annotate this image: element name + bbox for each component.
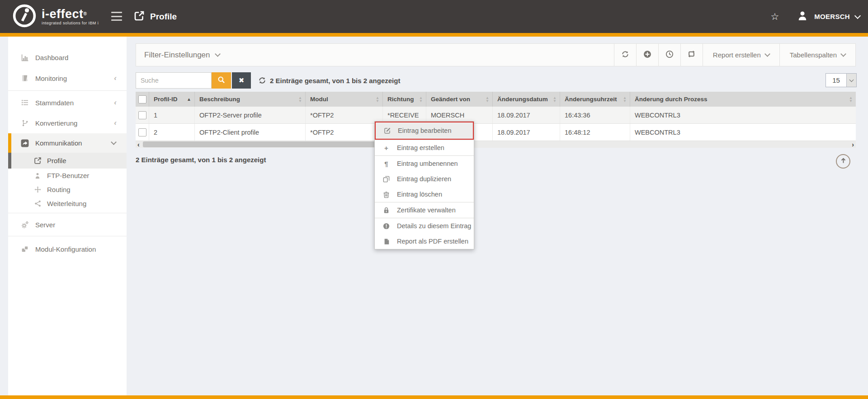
clear-icon: ✖ xyxy=(239,76,245,84)
page-size-select[interactable]: 15 xyxy=(826,73,857,87)
sidebar-divider xyxy=(8,236,127,236)
sidebar-item-stammdaten[interactable]: Stammdaten ‹ xyxy=(8,94,127,111)
column-header-beschreibung[interactable]: Beschreibung▲▼ xyxy=(195,92,306,107)
context-menu-item-eintrag-erstellen[interactable]: + Eintrag erstellen xyxy=(375,140,474,155)
scroll-right-icon[interactable]: › xyxy=(852,141,854,148)
history-icon xyxy=(665,50,674,60)
context-menu-item-eintrag-loeschen[interactable]: Eintrag löschen xyxy=(375,187,474,202)
scroll-left-icon[interactable]: ‹ xyxy=(137,141,140,148)
star-icon[interactable]: ☆ xyxy=(770,11,779,22)
pilcrow-icon: ¶ xyxy=(382,160,390,168)
cell-aenderung-durch-prozess: WEBCONTRL3 xyxy=(630,107,856,123)
sidebar-item-weiterleitung[interactable]: Weiterleitung xyxy=(8,197,127,211)
sidebar-item-dashboard[interactable]: Dashboard xyxy=(8,49,127,66)
file-icon xyxy=(382,238,390,245)
i-effect-logo[interactable]: i-effect® integrated solutions for IBM i xyxy=(12,3,99,30)
external-link-icon xyxy=(134,10,145,23)
context-menu-item-eintrag-umbenennen[interactable]: ¶ Eintrag umbenennen xyxy=(375,156,474,171)
sidebar-item-profile[interactable]: Profile xyxy=(8,153,127,169)
sort-icon: ▲▼ xyxy=(849,96,853,103)
column-header-aenderung-durch-prozess[interactable]: Änderung durch Prozess▲▼ xyxy=(630,92,856,107)
chevron-left-icon: ‹ xyxy=(114,121,117,125)
filter-settings-toggle[interactable]: Filter-Einstellungen xyxy=(136,44,614,66)
results-summary-bottom: 2 Einträge gesamt, von 1 bis 2 angezeigt xyxy=(136,156,266,164)
highlighted-menu-item-frame: Eintrag bearbeiten xyxy=(375,122,474,140)
sidebar-item-konvertierung[interactable]: Konvertierung ‹ xyxy=(8,115,127,131)
accent-bar-bottom xyxy=(0,395,868,399)
transfer-button[interactable] xyxy=(680,44,703,66)
sidebar-item-server[interactable]: Server xyxy=(8,216,127,233)
context-menu-item-zertifikate-verwalten[interactable]: Zertifikate verwalten xyxy=(375,202,474,218)
external-link-icon xyxy=(33,157,42,164)
context-menu-item-details-zu-diesem-eintrag[interactable]: Details zu diesem Eintrag xyxy=(375,218,474,234)
chevron-left-icon: ‹ xyxy=(114,76,117,80)
row-checkbox[interactable] xyxy=(138,128,146,136)
column-header-profil-id[interactable]: Profil-ID▲ xyxy=(149,92,195,107)
refresh-icon xyxy=(621,50,629,60)
add-entry-button[interactable] xyxy=(636,44,658,66)
sidebar-item-kommunikation[interactable]: Kommunikation xyxy=(8,133,127,153)
search-input[interactable] xyxy=(136,72,212,89)
user-name[interactable]: MOERSCH xyxy=(814,13,850,20)
top-header: i-effect® integrated solutions for IBM i… xyxy=(0,0,868,33)
sidebar-item-label: Kommunikation xyxy=(35,139,82,147)
gears-icon xyxy=(21,221,29,229)
sidebar-item-ftp-benutzer[interactable]: FTP-Benutzer xyxy=(8,169,127,183)
sort-icon: ▲▼ xyxy=(553,96,557,103)
refresh-button[interactable] xyxy=(614,44,636,66)
sidebar-item-label: Monitoring xyxy=(35,75,67,82)
edit-icon xyxy=(383,127,391,134)
scroll-to-top-button[interactable] xyxy=(836,154,850,169)
user-chevron-down-icon[interactable] xyxy=(854,12,861,19)
cell-beschreibung: OFTP2-Server profile xyxy=(195,107,306,123)
column-header-richtung[interactable]: Richtung▲▼ xyxy=(383,92,426,107)
column-header-modul[interactable]: Modul▲▼ xyxy=(306,92,383,107)
table-row[interactable]: 2 OFTP2-Client profile *OFTP2 18.09.2017… xyxy=(136,124,856,141)
sidebar-item-label: Stammdaten xyxy=(35,99,74,107)
transfer-icon xyxy=(687,50,696,60)
sidebar-item-monitoring[interactable]: Monitoring ‹ xyxy=(8,70,127,86)
horizontal-scrollbar[interactable]: ‹ › xyxy=(136,141,856,148)
table-row[interactable]: 1 OFTP2-Server profile *OFTP2 *RECEIVE M… xyxy=(136,107,856,124)
clear-search-button[interactable]: ✖ xyxy=(232,72,251,89)
report-erstellen-button[interactable]: Report erstellen xyxy=(703,44,779,66)
sidebar-item-modul-konfiguration[interactable]: Modul-Konfiguration xyxy=(8,241,127,257)
search-button[interactable] xyxy=(212,72,231,89)
refresh-results-icon[interactable] xyxy=(258,76,266,86)
columns-button-label: Tabellenspalten xyxy=(790,51,837,59)
journal-icon xyxy=(21,75,29,82)
results-summary-top: 2 Einträge gesamt, von 1 bis 2 angezeigt xyxy=(270,72,400,89)
context-menu-item-eintrag-bearbeiten[interactable]: Eintrag bearbeiten xyxy=(376,122,473,139)
sidebar-item-label: Routing xyxy=(47,186,71,193)
sidebar-item-label: Modul-Konfiguration xyxy=(35,245,96,253)
column-header-aenderungsdatum[interactable]: Änderungsdatum▲▼ xyxy=(493,92,560,107)
context-menu-item-report-als-pdf-erstellen[interactable]: Report als PDF erstellen xyxy=(375,234,474,249)
row-checkbox[interactable] xyxy=(138,111,146,119)
sidebar-item-routing[interactable]: Routing xyxy=(8,183,127,197)
history-button[interactable] xyxy=(658,44,680,66)
cell-modul: *OFTP2 xyxy=(306,107,383,123)
tabellenspalten-button[interactable]: Tabellenspalten xyxy=(779,44,855,66)
user-icon[interactable] xyxy=(797,10,808,23)
page-size-value: 15 xyxy=(826,74,846,87)
column-header-aenderungsuhrzeit[interactable]: Änderungsuhrzeit▲▼ xyxy=(560,92,630,107)
chevron-down-icon xyxy=(840,51,846,57)
search-icon xyxy=(217,76,225,85)
context-menu-item-eintrag-duplizieren[interactable]: Eintrag duplizieren xyxy=(375,171,474,187)
person-icon xyxy=(33,173,42,179)
column-header-geaendert-von[interactable]: Geändert von▲▼ xyxy=(426,92,493,107)
bar-chart-icon xyxy=(21,54,29,61)
sidebar-item-label: Weiterleitung xyxy=(47,200,86,207)
share-arrow-icon xyxy=(21,139,29,147)
select-all-checkbox[interactable] xyxy=(138,95,146,103)
sidebar-divider xyxy=(8,90,127,91)
sort-icon: ▲▼ xyxy=(419,96,423,103)
chevron-down-icon xyxy=(764,51,770,57)
sort-asc-icon: ▲ xyxy=(187,97,191,102)
fork-icon xyxy=(21,120,29,127)
app-window: i-effect® integrated solutions for IBM i… xyxy=(0,0,868,399)
menu-icon[interactable] xyxy=(111,12,122,21)
context-menu-item-label: Eintrag bearbeiten xyxy=(398,127,452,134)
context-menu-item-label: Eintrag umbenennen xyxy=(397,160,458,167)
list-icon xyxy=(21,99,29,106)
